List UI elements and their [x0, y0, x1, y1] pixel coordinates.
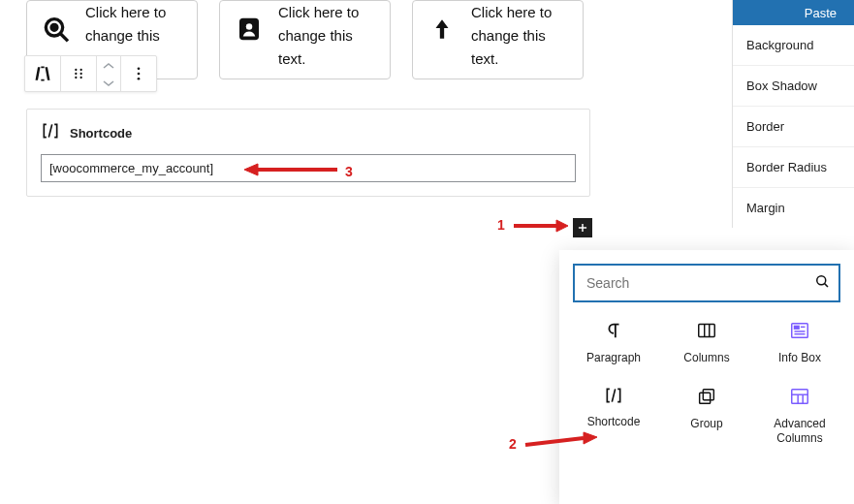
sidebar-item-box-shadow[interactable]: Box Shadow: [733, 66, 854, 107]
block-type-button[interactable]: [25, 56, 61, 91]
svg-point-1: [51, 24, 57, 30]
settings-sidebar: Paste Background Box Shadow Border Borde…: [733, 0, 854, 228]
svg-point-8: [80, 73, 82, 75]
svg-marker-33: [556, 220, 568, 232]
contact-icon: [232, 15, 267, 44]
inserter-label: Info Box: [778, 351, 821, 364]
svg-point-11: [138, 67, 141, 70]
svg-point-5: [75, 69, 77, 71]
annotation-number-1: 1: [497, 217, 505, 233]
inserter-label: Columns: [683, 351, 729, 364]
move-down-button[interactable]: [103, 74, 114, 91]
annotation-arrow-1: [512, 219, 568, 233]
svg-rect-27: [703, 390, 713, 400]
shortcode-block[interactable]: Shortcode: [26, 109, 590, 197]
add-block-button[interactable]: [573, 218, 592, 237]
svg-rect-26: [700, 394, 711, 404]
svg-point-16: [817, 276, 826, 285]
feature-card[interactable]: Click here to change this text.: [412, 0, 584, 79]
more-options-button[interactable]: [121, 56, 156, 91]
svg-point-6: [80, 69, 82, 71]
svg-line-2: [61, 34, 68, 41]
search-icon: [813, 272, 831, 294]
block-inserter: Paragraph Columns Info Box Shortcode Gro…: [559, 250, 854, 504]
card-text[interactable]: Click here to change this text.: [471, 1, 571, 71]
block-toolbar: [24, 55, 157, 92]
svg-line-34: [525, 438, 584, 445]
shortcode-icon: [41, 121, 60, 144]
annotation-arrow-2: [523, 430, 597, 452]
sidebar-item-background[interactable]: Background: [733, 25, 854, 66]
inserter-block-paragraph[interactable]: Paragraph: [567, 320, 660, 364]
svg-marker-37: [244, 164, 258, 175]
svg-line-17: [825, 284, 828, 287]
sidebar-item-border-radius[interactable]: Border Radius: [733, 147, 854, 188]
inserter-label: Advanced Columns: [753, 417, 846, 445]
shortcode-label: Shortcode: [70, 126, 132, 141]
inserter-block-columns[interactable]: Columns: [660, 320, 753, 364]
svg-marker-35: [584, 432, 597, 444]
paste-button[interactable]: Paste: [733, 0, 854, 25]
svg-point-9: [75, 77, 77, 79]
sidebar-item-border[interactable]: Border: [733, 107, 854, 147]
svg-point-10: [80, 77, 82, 79]
svg-point-7: [75, 73, 77, 75]
svg-rect-18: [699, 325, 715, 337]
inserter-block-advanced-columns[interactable]: Advanced Columns: [753, 386, 846, 445]
svg-rect-28: [792, 390, 808, 404]
annotation-number-3: 3: [345, 164, 353, 179]
inserter-label: Paragraph: [586, 351, 641, 364]
svg-point-4: [246, 23, 253, 30]
annotation-number-2: 2: [509, 436, 517, 452]
svg-point-12: [138, 73, 141, 76]
svg-point-13: [138, 78, 141, 80]
inserter-block-group[interactable]: Group: [660, 386, 753, 445]
inserter-block-info-box[interactable]: Info Box: [753, 320, 846, 364]
card-text[interactable]: Click here to change this: [85, 1, 185, 47]
arrow-up-icon: [425, 15, 459, 44]
inserter-search-input[interactable]: [573, 264, 840, 302]
card-text[interactable]: Click here to change this text.: [278, 1, 378, 71]
svg-rect-22: [795, 326, 800, 329]
drag-handle[interactable]: [61, 56, 97, 91]
inserter-label: Shortcode: [587, 415, 641, 428]
move-up-button[interactable]: [103, 56, 114, 74]
sidebar-item-margin[interactable]: Margin: [733, 188, 854, 228]
inserter-label: Group: [690, 417, 722, 430]
feature-card[interactable]: Click here to change this text.: [219, 0, 391, 79]
annotation-arrow-3: [244, 163, 339, 176]
location-pin-icon: [39, 15, 74, 46]
